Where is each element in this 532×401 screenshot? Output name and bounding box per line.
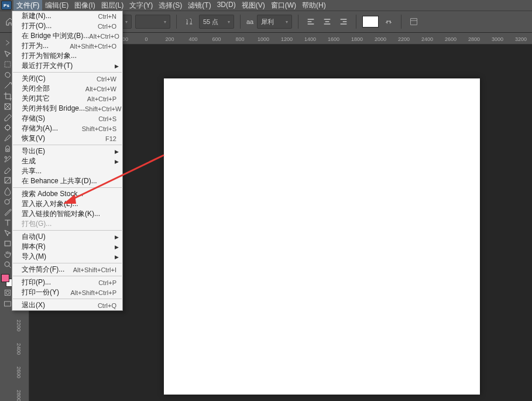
menu-item-label: 置入链接的智能对象(K)... (22, 209, 116, 219)
font-size-value: 55 点 (203, 18, 218, 26)
menu-item-shortcut: Shift+Ctrl+W (85, 105, 121, 112)
menu-item-label: 关闭(C) (22, 74, 97, 84)
menu-item[interactable]: 打印一份(Y)Alt+Shift+Ctrl+P (12, 287, 122, 297)
svg-rect-2 (5, 61, 11, 67)
submenu-arrow-icon: ▶ (115, 254, 119, 260)
menu-item[interactable]: 打开(O)...Ctrl+O (12, 21, 122, 31)
menu-item-图层L[interactable]: 图层(L) (98, 0, 127, 12)
separator (176, 15, 177, 29)
menu-item[interactable]: 恢复(V)F12 (12, 133, 122, 143)
menu-separator (13, 187, 122, 188)
menu-item-label: 打印一份(Y) (22, 287, 70, 297)
align-right-icon[interactable] (337, 15, 350, 28)
menu-item[interactable]: 最近打开文件(T)▶ (12, 61, 122, 71)
document-canvas[interactable] (164, 78, 480, 395)
font-size-dropdown[interactable]: 55 点▾ (199, 15, 234, 29)
menu-item-图像I[interactable]: 图像(I) (71, 0, 98, 12)
svg-point-6 (5, 156, 6, 158)
menu-item-shortcut: Ctrl+W (97, 76, 116, 83)
menu-item-label: 打印(P)... (22, 277, 98, 287)
menu-item-label: 恢复(V) (22, 133, 105, 143)
menu-item[interactable]: 存储(S)Ctrl+S (12, 114, 122, 124)
menubar: Ps 文件(F)编辑(E)图像(I)图层(L)文字(Y)选择(S)滤镜(T)3D… (0, 0, 532, 11)
menu-item[interactable]: 存储为(A)...Shift+Ctrl+S (12, 124, 122, 133)
menu-item[interactable]: 关闭(C)Ctrl+W (12, 74, 122, 84)
ruler-tick: 2400 (421, 36, 433, 42)
ruler-tick: 1400 (304, 36, 316, 42)
menu-item[interactable]: 导入(M)▶ (12, 252, 122, 262)
foreground-color-swatch[interactable] (1, 274, 9, 282)
app-logo: Ps (1, 1, 12, 10)
menu-item-label: 打开为智能对象... (22, 51, 116, 61)
menu-item-选择S[interactable]: 选择(S) (156, 0, 185, 12)
ruler-tick: 1800 (351, 36, 363, 42)
menu-item-shortcut: Shift+Ctrl+S (82, 125, 116, 132)
menu-item[interactable]: 搜索 Adobe Stock... (12, 189, 122, 199)
menu-item-shortcut: Ctrl+N (98, 13, 116, 20)
menu-item-shortcut: Ctrl+Q (98, 302, 116, 309)
menu-item-shortcut: Alt+Ctrl+W (85, 85, 116, 92)
menu-item[interactable]: 生成▶ (12, 156, 122, 166)
align-left-icon[interactable] (304, 15, 317, 28)
menu-item[interactable]: 关闭并转到 Bridge...Shift+Ctrl+W (12, 104, 122, 114)
separator (356, 15, 356, 29)
menu-item-label: 在 Behance 上共享(D)... (22, 176, 116, 186)
menu-item[interactable]: 置入链接的智能对象(K)... (12, 209, 122, 219)
menu-item-窗口W[interactable]: 窗口(W) (268, 0, 299, 12)
menu-item-label: 生成 (22, 156, 116, 166)
submenu-arrow-icon: ▶ (115, 234, 119, 240)
menu-item-帮助H[interactable]: 帮助(H) (299, 0, 329, 12)
menu-item-label: 存储为(A)... (22, 124, 82, 133)
menu-item-滤镜T[interactable]: 滤镜(T) (185, 0, 214, 12)
menu-item-shortcut: Alt+Ctrl+P (87, 95, 116, 102)
menu-item[interactable]: 文件简介(F)...Alt+Shift+Ctrl+I (12, 265, 122, 275)
menu-item[interactable]: 新建(N)...Ctrl+N (12, 11, 122, 21)
menu-item-label: 最近打开文件(T) (22, 61, 116, 71)
svg-rect-11 (5, 290, 10, 295)
menu-item[interactable]: 在 Behance 上共享(D)... (12, 176, 122, 186)
menu-item[interactable]: 关闭其它Alt+Ctrl+P (12, 94, 122, 104)
menu-item[interactable]: 置入嵌入对象(L)... (12, 199, 122, 209)
menu-item-label: 退出(X) (22, 300, 98, 310)
ruler-tick: 2200 (16, 320, 22, 331)
menu-separator (13, 299, 122, 299)
font-style-dropdown[interactable]: ▾ (135, 15, 170, 29)
menu-item[interactable]: 在 Bridge 中浏览(B)...Alt+Ctrl+O (12, 31, 122, 41)
menu-item-文件F[interactable]: 文件(F) (13, 0, 42, 12)
submenu-arrow-icon: ▶ (115, 63, 119, 69)
menu-item-label: 在 Bridge 中浏览(B)... (22, 31, 89, 41)
ruler-tick: 400 (188, 36, 197, 42)
warp-text-icon[interactable] (382, 15, 395, 28)
menu-item[interactable]: 打印(P)...Ctrl+P (12, 277, 122, 287)
ruler-tick: 2400 (16, 343, 22, 355)
menu-separator (13, 145, 122, 145)
antialias-value: 犀利 (261, 18, 274, 26)
menu-item[interactable]: 打开为...Alt+Shift+Ctrl+O (12, 41, 122, 51)
menu-item[interactable]: 关闭全部Alt+Ctrl+W (12, 84, 122, 94)
text-color-swatch[interactable] (362, 16, 379, 28)
menu-item-文字Y[interactable]: 文字(Y) (126, 0, 156, 12)
panel-toggle-icon[interactable] (407, 15, 420, 28)
menu-item-shortcut: Alt+Ctrl+O (89, 33, 119, 40)
menu-item-3DD[interactable]: 3D(D) (214, 0, 239, 12)
menu-item-label: 置入嵌入对象(L)... (22, 199, 116, 209)
menu-item[interactable]: 共享... (12, 166, 122, 176)
svg-rect-1 (411, 19, 417, 25)
menu-item[interactable]: 打开为智能对象... (12, 51, 122, 61)
menu-item[interactable]: 退出(X)Ctrl+Q (12, 300, 122, 310)
menu-item: 打包(G)... (12, 219, 122, 229)
menu-item[interactable]: 脚本(R)▶ (12, 242, 122, 252)
menu-item[interactable]: 导出(E)▶ (12, 146, 122, 156)
menu-item-label: 导入(M) (22, 252, 116, 262)
align-center-icon[interactable] (321, 15, 334, 28)
menu-separator (13, 276, 122, 276)
menu-item-编辑E[interactable]: 编辑(E) (42, 0, 71, 12)
menu-item-shortcut: Ctrl+S (98, 115, 116, 122)
menu-separator (13, 263, 122, 263)
menu-item[interactable]: 自动(U)▶ (12, 232, 122, 242)
menu-item-视图V[interactable]: 视图(V) (239, 0, 268, 12)
svg-point-10 (5, 262, 9, 266)
antialias-dropdown[interactable]: 犀利▾ (257, 15, 292, 29)
svg-rect-13 (4, 301, 11, 306)
ruler-tick: 2800 (468, 36, 480, 42)
